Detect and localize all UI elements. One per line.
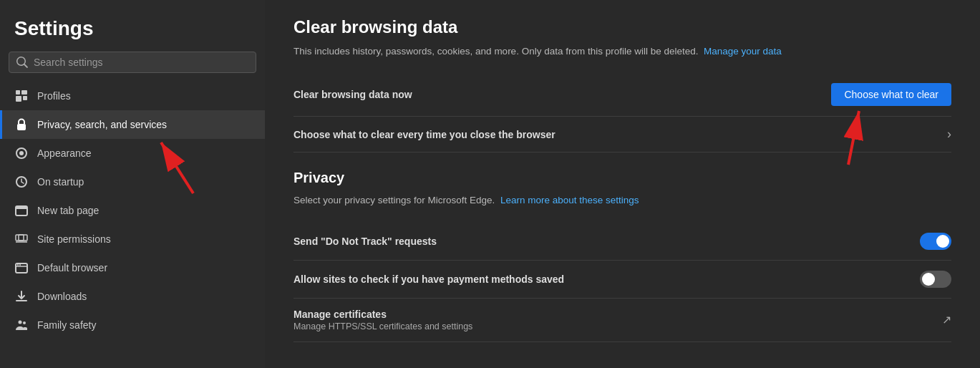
learn-more-link[interactable]: Learn more about these settings [500,195,639,205]
sidebar-item-startup[interactable]: On startup [0,168,265,196]
svg-point-17 [19,321,22,324]
browser-icon [14,261,29,275]
sidebar-item-label: Privacy, search, and services [37,119,167,130]
svg-rect-9 [16,206,27,209]
svg-rect-2 [16,96,21,102]
manage-certificates-sublabel: Manage HTTPS/SSL certificates and settin… [293,321,472,331]
external-link-icon: ↗ [942,313,951,326]
sidebar-item-appearance[interactable]: Appearance [0,139,265,168]
do-not-track-toggle[interactable] [920,233,951,250]
toggle-slider-off [920,271,951,288]
appearance-icon [14,146,29,160]
svg-point-14 [17,264,19,266]
sidebar-item-label: Family safety [37,319,96,331]
svg-rect-0 [16,90,20,95]
clear-browsing-row: Clear browsing data now Choose what to c… [293,73,951,117]
sidebar-item-label: Site permissions [37,233,111,245]
payment-methods-toggle[interactable] [920,271,951,288]
sidebar-item-label: New tab page [37,205,99,216]
privacy-desc: Select your privacy settings for Microso… [293,193,951,208]
chevron-right-icon: › [947,127,951,142]
siteperm-icon [14,232,29,246]
downloads-icon [14,289,29,304]
payment-methods-row: Allow sites to check if you have payment… [293,261,951,299]
svg-rect-4 [17,124,26,130]
clear-browsing-title: Clear browsing data [293,17,951,37]
clear-every-time-row[interactable]: Choose what to clear every time you clos… [293,117,951,152]
family-icon [14,318,29,332]
search-box[interactable] [9,52,256,73]
svg-point-6 [19,151,24,155]
sidebar-item-label: Profiles [37,90,71,102]
sidebar-item-profiles[interactable]: Profiles [0,82,265,110]
do-not-track-row: Send "Do Not Track" requests [293,223,951,261]
sidebar-item-familysafety[interactable]: Family safety [0,311,265,339]
clear-browsing-desc: This includes history, passwords, cookie… [293,44,951,59]
sidebar-item-privacy[interactable]: Privacy, search, and services [0,110,265,139]
svg-rect-10 [16,235,24,241]
choose-every-time-label: Choose what to clear every time you clos… [293,129,556,140]
app-title: Settings [0,11,265,52]
manage-data-link[interactable]: Manage your data [704,46,782,57]
sidebar-item-label: Downloads [37,291,87,302]
sidebar-item-label: Default browser [37,262,107,273]
sidebar-item-defaultbrowser[interactable]: Default browser [0,253,265,282]
search-input[interactable] [34,57,248,68]
sidebar-item-downloads[interactable]: Downloads [0,282,265,311]
svg-rect-11 [19,235,27,241]
newtab-icon [14,203,29,218]
payment-methods-label: Allow sites to check if you have payment… [293,273,564,285]
sidebar-item-label: On startup [37,176,84,188]
toggle-slider-on [920,233,951,250]
sidebar-item-label: Appearance [37,147,92,159]
sidebar: Settings Profiles [0,0,265,368]
privacy-title: Privacy [293,170,951,186]
do-not-track-label: Send "Do Not Track" requests [293,236,437,247]
main-content: Clear browsing data This includes histor… [265,0,980,368]
choose-what-to-clear-button[interactable]: Choose what to clear [831,83,951,106]
manage-certificates-row[interactable]: Manage certificates Manage HTTPS/SSL cer… [293,299,951,342]
sidebar-item-sitepermissions[interactable]: Site permissions [0,225,265,253]
svg-rect-3 [23,96,27,100]
clear-now-label: Clear browsing data now [293,89,412,100]
svg-point-15 [19,264,21,266]
manage-certificates-content: Manage certificates Manage HTTPS/SSL cer… [293,309,472,331]
profile-icon [14,89,29,103]
sidebar-item-newtab[interactable]: New tab page [0,196,265,225]
svg-rect-1 [21,90,27,95]
manage-certificates-label: Manage certificates [293,309,472,320]
startup-icon [14,175,29,189]
svg-point-18 [23,321,26,324]
lock-icon [14,117,29,132]
search-icon [16,57,28,68]
